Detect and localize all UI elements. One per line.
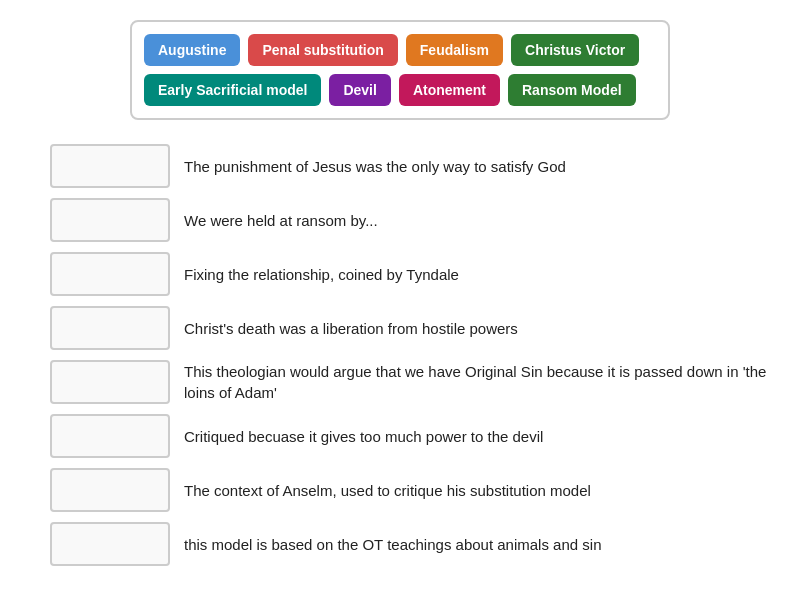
drop-box-match-5[interactable] (50, 360, 170, 404)
match-text: The context of Anselm, used to critique … (184, 480, 591, 501)
tag-penal[interactable]: Penal substitution (248, 34, 397, 66)
match-row: Fixing the relationship, coined by Tynda… (50, 252, 780, 296)
match-row: Critiqued becuase it gives too much powe… (50, 414, 780, 458)
match-text: We were held at ransom by... (184, 210, 378, 231)
match-row: We were held at ransom by... (50, 198, 780, 242)
match-row: This theologian would argue that we have… (50, 360, 780, 404)
match-text: Christ's death was a liberation from hos… (184, 318, 518, 339)
tag-christus[interactable]: Christus Victor (511, 34, 639, 66)
match-row: The context of Anselm, used to critique … (50, 468, 780, 512)
tag-feudalism[interactable]: Feudalism (406, 34, 503, 66)
match-row: The punishment of Jesus was the only way… (50, 144, 780, 188)
match-list: The punishment of Jesus was the only way… (20, 144, 780, 566)
drop-box-match-8[interactable] (50, 522, 170, 566)
word-bank: AugustinePenal substitutionFeudalismChri… (130, 20, 670, 120)
tag-atonement[interactable]: Atonement (399, 74, 500, 106)
match-row: Christ's death was a liberation from hos… (50, 306, 780, 350)
tag-ransom[interactable]: Ransom Model (508, 74, 636, 106)
drop-box-match-4[interactable] (50, 306, 170, 350)
match-text: Fixing the relationship, coined by Tynda… (184, 264, 459, 285)
match-text: This theologian would argue that we have… (184, 361, 780, 403)
match-text: this model is based on the OT teachings … (184, 534, 601, 555)
match-text: Critiqued becuase it gives too much powe… (184, 426, 543, 447)
tag-augustine[interactable]: Augustine (144, 34, 240, 66)
drop-box-match-6[interactable] (50, 414, 170, 458)
drop-box-match-3[interactable] (50, 252, 170, 296)
drop-box-match-1[interactable] (50, 144, 170, 188)
tag-devil[interactable]: Devil (329, 74, 390, 106)
drop-box-match-7[interactable] (50, 468, 170, 512)
drop-box-match-2[interactable] (50, 198, 170, 242)
tag-sacrificial[interactable]: Early Sacrificial model (144, 74, 321, 106)
match-text: The punishment of Jesus was the only way… (184, 156, 566, 177)
match-row: this model is based on the OT teachings … (50, 522, 780, 566)
